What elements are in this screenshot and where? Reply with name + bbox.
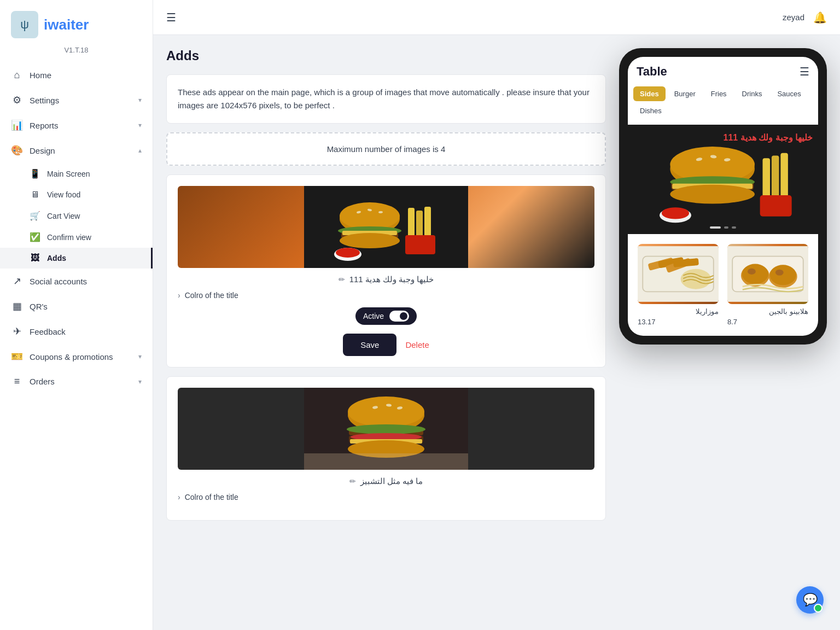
food-image-1 [638, 244, 719, 304]
chevron-down-icon: ▾ [138, 121, 142, 129]
action-row-1: Save Delete [178, 334, 594, 356]
svg-point-58 [770, 265, 796, 285]
color-row-2[interactable]: › Colro of the title [178, 493, 594, 501]
ad-title-2-row: ما فيه مثل التشبيز ✏ [178, 476, 594, 486]
sidebar-item-social[interactable]: ↗ Social accounts [0, 269, 153, 294]
design-icon: 🎨 [11, 144, 23, 156]
sidebar-item-label: Social accounts [30, 277, 87, 286]
svg-point-2 [340, 202, 400, 230]
chat-bubble-button[interactable]: 💬 [796, 586, 824, 614]
feedback-icon: ✈ [11, 325, 23, 337]
color-label-2: Colro of the title [185, 493, 238, 501]
sidebar-item-main-screen[interactable]: 📱 Main Screen [0, 163, 153, 184]
orders-icon: ≡ [11, 376, 23, 387]
svg-point-38 [670, 185, 755, 204]
edit-icon-1[interactable]: ✏ [339, 275, 345, 284]
sidebar-item-settings[interactable]: ⚙ Settings ▾ [0, 88, 153, 113]
phone-tab-sides[interactable]: Sides [633, 86, 666, 101]
header: ☰ zeyad 🔔 [153, 0, 840, 35]
sidebar-item-label: Reports [30, 121, 59, 130]
sidebar-item-label: Home [30, 71, 51, 80]
food-price-2: 8.7 [727, 318, 808, 326]
phone-header: Table ☰ [628, 57, 818, 86]
adds-icon: 🖼 [30, 253, 40, 263]
food-item-1[interactable]: موزاريلا 13.17 [633, 240, 723, 330]
reports-icon: 📊 [11, 119, 23, 131]
phone-banner: خليها وجبة ولك هدية 111 [628, 125, 818, 234]
phone-menu-icon: ☰ [800, 65, 809, 78]
sidebar-item-label: QR's [30, 302, 48, 311]
sidebar: ψ iwaiter V1.T.18 ⌂ Home ⚙ Settings ▾ 📊 … [0, 0, 153, 630]
svg-point-15 [336, 248, 360, 258]
svg-point-9 [340, 233, 400, 248]
phone-frame: Table ☰ Sides Burger Fries Drinks Sauces… [619, 48, 827, 345]
sidebar-item-cart-view[interactable]: 🛒 Cart View [0, 205, 153, 226]
sidebar-item-view-food[interactable]: 🖥 View food [0, 184, 153, 205]
color-row-1[interactable]: › Colro of the title [178, 291, 594, 300]
ad-title-2: ما فيه مثل التشبيز [360, 476, 423, 486]
phone-tab-dishes[interactable]: Dishes [633, 103, 668, 118]
food-grid: موزاريلا 13.17 [628, 234, 818, 336]
svg-rect-40 [772, 156, 779, 201]
delete-button-1[interactable]: Delete [405, 340, 429, 349]
sidebar-subitem-label: View food [47, 190, 80, 199]
sidebar-item-adds[interactable]: 🖼 Adds [0, 248, 153, 269]
mobile-icon: 📱 [30, 168, 40, 179]
edit-icon-2[interactable]: ✏ [349, 477, 356, 486]
logo-icon: ψ [11, 11, 38, 38]
sidebar-item-label: Settings [30, 96, 59, 105]
sidebar-item-label: Orders [30, 377, 55, 386]
sidebar-item-coupons[interactable]: 🎫 Coupons & promotions ▾ [0, 344, 153, 369]
logo-text: iwaiter [44, 16, 89, 33]
svg-rect-28 [304, 453, 468, 470]
food-item-2[interactable]: هلابينو بالجين 8.7 [723, 240, 813, 330]
toggle-switch-1[interactable] [389, 311, 409, 322]
social-icon: ↗ [11, 275, 23, 287]
food-name-1: موزاريلا [638, 307, 719, 316]
max-images-label: Maximum number of images is 4 [327, 144, 446, 154]
phone-tab-sauces[interactable]: Sauces [771, 86, 807, 101]
dot-3 [732, 226, 736, 229]
color-label-1: Colro of the title [185, 291, 238, 300]
phone-screen: Table ☰ Sides Burger Fries Drinks Sauces… [628, 57, 818, 336]
phone-mockup: Table ☰ Sides Burger Fries Drinks Sauces… [619, 48, 827, 345]
menu-toggle-button[interactable]: ☰ [166, 11, 176, 24]
sidebar-item-qrs[interactable]: ▦ QR's [0, 294, 153, 319]
ad-title-1-row: خليها وجبة ولك هدية 111 ✏ [178, 275, 594, 284]
page-title: Adds [166, 48, 606, 63]
sidebar-subitem-label: Cart View [47, 212, 80, 220]
qr-icon: ▦ [11, 300, 23, 312]
food-name-2: هلابينو بالجين [727, 307, 808, 316]
ad-image-1 [178, 186, 594, 268]
sidebar-subitem-label: Confirm view [47, 233, 91, 242]
sidebar-item-feedback[interactable]: ✈ Feedback [0, 319, 153, 344]
sidebar-item-label: Design [30, 146, 55, 155]
chevron-right-icon: › [178, 291, 180, 300]
svg-point-51 [681, 269, 711, 289]
svg-rect-41 [780, 153, 788, 201]
home-icon: ⌂ [11, 69, 23, 81]
phone-screen-title: Table [637, 65, 667, 79]
sidebar-item-home[interactable]: ⌂ Home [0, 63, 153, 88]
active-toggle-1[interactable]: Active [355, 307, 417, 325]
svg-point-56 [748, 269, 756, 275]
svg-point-18 [348, 396, 424, 427]
chevron-right-icon-2: › [178, 493, 180, 501]
notification-bell-icon[interactable]: 🔔 [813, 11, 827, 24]
phone-tab-burger[interactable]: Burger [668, 86, 702, 101]
phone-tab-drinks[interactable]: Drinks [736, 86, 769, 101]
svg-rect-13 [405, 235, 435, 254]
sidebar-item-reports[interactable]: 📊 Reports ▾ [0, 113, 153, 138]
header-username: zeyad [783, 13, 804, 22]
sidebar-item-design[interactable]: 🎨 Design ▴ [0, 138, 153, 163]
toggle-row-1: Active [178, 307, 594, 325]
chevron-up-icon: ▴ [138, 147, 142, 154]
save-button-1[interactable]: Save [343, 334, 396, 356]
sidebar-item-orders[interactable]: ≡ Orders ▾ [0, 369, 153, 394]
sidebar-item-confirm-view[interactable]: ✅ Confirm view [0, 226, 153, 248]
sidebar-item-label: Coupons & promotions [30, 352, 113, 361]
page-content: Adds These ads appear on the main page, … [153, 35, 840, 630]
chevron-down-icon: ▾ [138, 353, 142, 360]
phone-tab-fries[interactable]: Fries [704, 86, 733, 101]
logo-area: ψ iwaiter [0, 0, 153, 44]
